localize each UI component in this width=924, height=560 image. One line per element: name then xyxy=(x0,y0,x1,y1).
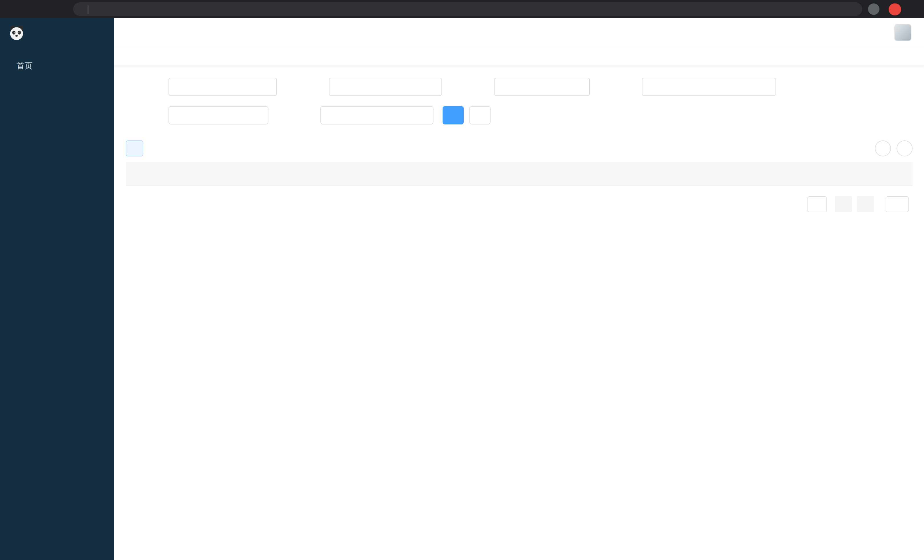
sidebar-item-label: 首页 xyxy=(16,61,105,71)
sidebar-menu: 首页 xyxy=(0,50,114,82)
result-select[interactable] xyxy=(320,106,434,124)
header-actions xyxy=(843,24,915,41)
sidebar-item-home[interactable]: 首页 xyxy=(0,50,114,82)
back-icon[interactable] xyxy=(6,2,21,16)
page-size-select[interactable] xyxy=(807,196,827,213)
table-header xyxy=(126,162,913,186)
filter-form xyxy=(114,66,924,135)
screen: | xyxy=(0,0,924,560)
reload-icon[interactable] xyxy=(38,2,52,16)
filter-group-name xyxy=(126,78,277,96)
browser-menu-icon[interactable] xyxy=(903,2,918,16)
next-page-button[interactable] xyxy=(856,196,874,213)
process-name-input[interactable] xyxy=(168,78,277,96)
pagination xyxy=(114,186,924,223)
filter-row-1 xyxy=(126,78,913,96)
browser-home-icon[interactable] xyxy=(54,2,69,16)
browser-nav xyxy=(6,2,69,16)
address-bar[interactable]: | xyxy=(73,2,862,16)
filter-group-process xyxy=(286,78,442,96)
incognito-icon xyxy=(868,3,879,15)
tags-view xyxy=(114,47,924,66)
toggle-search-button[interactable] xyxy=(875,141,891,156)
avatar xyxy=(894,24,911,41)
category-select[interactable] xyxy=(494,78,590,96)
filter-group-status xyxy=(126,106,268,124)
content xyxy=(114,18,924,560)
logo[interactable] xyxy=(0,18,114,50)
search-button[interactable] xyxy=(442,106,464,124)
filter-group-result xyxy=(278,106,434,124)
status-select[interactable] xyxy=(168,106,268,124)
refresh-table-button[interactable] xyxy=(897,141,913,156)
page-header xyxy=(114,18,924,47)
browser-update-button[interactable] xyxy=(889,3,901,15)
filter-row-2 xyxy=(126,106,913,124)
sidebar: 首页 xyxy=(0,18,114,560)
process-table xyxy=(126,162,913,186)
start-process-button[interactable] xyxy=(126,141,143,156)
prev-page-button[interactable] xyxy=(835,196,852,213)
goto-page-input[interactable] xyxy=(886,196,909,213)
table-toolbar xyxy=(114,135,924,162)
browser-toolbar: | xyxy=(0,0,924,18)
user-avatar[interactable] xyxy=(894,24,915,41)
address-divider: | xyxy=(87,4,89,14)
process-id-input[interactable] xyxy=(329,78,442,96)
forward-icon[interactable] xyxy=(22,2,36,16)
logo-panda-icon xyxy=(8,24,25,44)
date-range-picker[interactable] xyxy=(642,78,776,96)
pagination-goto xyxy=(882,196,913,213)
reset-button[interactable] xyxy=(470,106,490,124)
incognito-badge xyxy=(868,3,883,15)
toolbar-right xyxy=(875,141,913,156)
filter-group-submit-time xyxy=(599,78,776,96)
filter-group-category xyxy=(451,78,590,96)
main: 首页 xyxy=(0,18,924,560)
